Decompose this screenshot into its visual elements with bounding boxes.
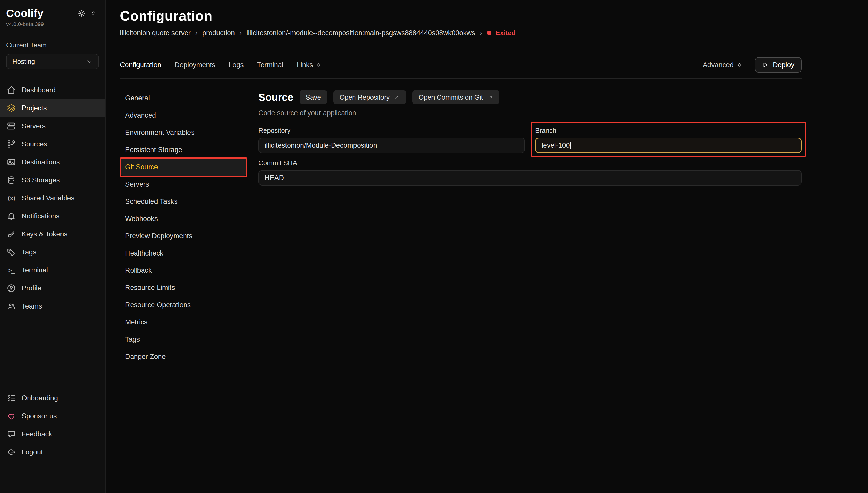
sidebar-item-notifications[interactable]: Notifications bbox=[0, 207, 105, 225]
text-cursor bbox=[570, 142, 571, 149]
advanced-selector[interactable]: Advanced bbox=[703, 61, 742, 69]
tab-terminal[interactable]: Terminal bbox=[257, 61, 283, 69]
tab-configuration[interactable]: Configuration bbox=[120, 61, 162, 69]
sidebar-item-profile[interactable]: Profile bbox=[0, 279, 105, 297]
page-title: Configuration bbox=[120, 8, 802, 24]
source-header: Source Save Open Repository Open Commits… bbox=[258, 89, 802, 105]
sidebar-item-shared-variables[interactable]: (x) Shared Variables bbox=[0, 189, 105, 207]
variables-icon: (x) bbox=[7, 193, 16, 203]
repository-field: Repository bbox=[258, 126, 525, 153]
subnav-item-git-source[interactable]: Git Source bbox=[120, 158, 247, 176]
commit-sha-field: Commit SHA bbox=[258, 159, 802, 186]
tag-icon bbox=[7, 248, 16, 257]
users-group-icon bbox=[7, 302, 16, 311]
brand-logo: Coolify bbox=[6, 7, 43, 20]
subnav-item-resource-limits[interactable]: Resource Limits bbox=[120, 279, 247, 296]
subnav-item-danger-zone[interactable]: Danger Zone bbox=[120, 348, 247, 365]
key-icon bbox=[7, 230, 16, 239]
subnav-item-preview-deployments[interactable]: Preview Deployments bbox=[120, 228, 247, 245]
subnav-item-webhooks[interactable]: Webhooks bbox=[120, 210, 247, 228]
sidebar-footer-nav: Onboarding Sponsor us Feedback Logout bbox=[0, 389, 105, 493]
sidebar-item-tags[interactable]: Tags bbox=[0, 243, 105, 261]
tab-deployments[interactable]: Deployments bbox=[175, 61, 215, 69]
theme-sun-icon[interactable] bbox=[78, 9, 85, 17]
breadcrumb-separator-icon: › bbox=[480, 29, 482, 37]
git-source-panel: Source Save Open Repository Open Commits… bbox=[258, 89, 802, 493]
save-button[interactable]: Save bbox=[300, 90, 327, 105]
subnav-item-advanced[interactable]: Advanced bbox=[120, 107, 247, 124]
logout-icon bbox=[7, 447, 16, 457]
status-badge: Exited bbox=[487, 29, 515, 37]
breadcrumb-project[interactable]: illicitonion quote server bbox=[120, 29, 191, 37]
app-version: v4.0.0-beta.399 bbox=[0, 20, 105, 27]
subnav-item-metrics[interactable]: Metrics bbox=[120, 314, 247, 331]
sidebar-item-projects[interactable]: Projects bbox=[0, 99, 105, 117]
subnav-item-persistent-storage[interactable]: Persistent Storage bbox=[120, 141, 247, 158]
external-link-icon bbox=[487, 94, 493, 100]
tab-logs[interactable]: Logs bbox=[229, 61, 244, 69]
subnav-item-resource-operations[interactable]: Resource Operations bbox=[120, 296, 247, 314]
branch-label: Branch bbox=[535, 126, 802, 134]
subnav-item-servers[interactable]: Servers bbox=[120, 176, 247, 193]
layers-icon bbox=[7, 103, 16, 113]
status-dot-icon bbox=[487, 30, 491, 35]
tabs-row: Configuration Deployments Logs Terminal … bbox=[120, 57, 802, 72]
sidebar-item-teams[interactable]: Teams bbox=[0, 297, 105, 315]
subnav-item-general[interactable]: General bbox=[120, 89, 247, 107]
sidebar-item-keys-tokens[interactable]: Keys & Tokens bbox=[0, 225, 105, 243]
database-icon bbox=[7, 175, 16, 185]
open-repository-button[interactable]: Open Repository bbox=[333, 90, 406, 105]
repository-label: Repository bbox=[258, 126, 525, 134]
chat-bubble-icon bbox=[7, 429, 16, 439]
deploy-button[interactable]: Deploy bbox=[755, 57, 802, 72]
chevron-down-icon bbox=[86, 58, 93, 65]
sidebar-item-feedback[interactable]: Feedback bbox=[0, 425, 105, 443]
source-title: Source bbox=[258, 92, 293, 103]
subnav-item-healthcheck[interactable]: Healthcheck bbox=[120, 245, 247, 262]
sidebar-item-dashboard[interactable]: Dashboard bbox=[0, 81, 105, 99]
sidebar-item-s3-storages[interactable]: S3 Storages bbox=[0, 171, 105, 189]
home-icon bbox=[7, 85, 16, 95]
sidebar-item-onboarding[interactable]: Onboarding bbox=[0, 389, 105, 407]
subnav-item-tags[interactable]: Tags bbox=[120, 331, 247, 348]
chevrons-up-down-icon bbox=[736, 62, 742, 68]
repository-input[interactable] bbox=[258, 138, 525, 153]
sidebar-item-terminal[interactable]: >_ Terminal bbox=[0, 261, 105, 279]
play-icon bbox=[762, 62, 769, 68]
main-content: Configuration illicitonion quote server … bbox=[106, 0, 868, 493]
open-commits-button[interactable]: Open Commits on Git bbox=[412, 90, 500, 105]
version-selector-icon[interactable] bbox=[90, 10, 97, 17]
user-circle-icon bbox=[7, 283, 16, 293]
sidebar-item-sponsor[interactable]: Sponsor us bbox=[0, 407, 105, 425]
app-window: Coolify v4.0.0-beta.399 Current Team Hos… bbox=[0, 0, 868, 493]
heart-icon bbox=[7, 411, 16, 421]
config-subnav: General Advanced Environment Variables P… bbox=[120, 89, 247, 493]
branch-input[interactable]: level-100 bbox=[535, 138, 802, 153]
brand-row: Coolify bbox=[0, 7, 105, 20]
team-select-value: Hosting bbox=[12, 58, 35, 66]
sidebar-item-servers[interactable]: Servers bbox=[0, 117, 105, 135]
breadcrumb-environment[interactable]: production bbox=[202, 29, 235, 37]
source-description: Code source of your application. bbox=[258, 109, 802, 117]
sidebar-nav: Dashboard Projects Servers Sources Desti… bbox=[0, 81, 105, 315]
subnav-item-rollback[interactable]: Rollback bbox=[120, 262, 247, 279]
breadcrumb-application[interactable]: illicitestonion/-module--decomposition:m… bbox=[246, 29, 475, 37]
branch-field: Branch level-100 bbox=[535, 126, 802, 153]
breadcrumb: illicitonion quote server › production ›… bbox=[120, 29, 802, 37]
tab-links[interactable]: Links bbox=[297, 61, 322, 69]
sidebar-item-destinations[interactable]: Destinations bbox=[0, 153, 105, 171]
sidebar-item-logout[interactable]: Logout bbox=[0, 443, 105, 461]
chevrons-up-down-icon bbox=[316, 62, 322, 68]
team-select[interactable]: Hosting bbox=[6, 54, 99, 69]
current-team-label: Current Team bbox=[0, 27, 105, 49]
breadcrumb-separator-icon: › bbox=[195, 29, 198, 37]
server-icon bbox=[7, 122, 16, 131]
breadcrumb-separator-icon: › bbox=[239, 29, 242, 37]
git-branch-icon bbox=[7, 140, 16, 149]
sidebar-item-sources[interactable]: Sources bbox=[0, 135, 105, 153]
subnav-item-scheduled-tasks[interactable]: Scheduled Tasks bbox=[120, 193, 247, 210]
commit-sha-input[interactable] bbox=[258, 170, 802, 186]
subnav-item-environment-variables[interactable]: Environment Variables bbox=[120, 124, 247, 141]
bell-icon bbox=[7, 212, 16, 221]
image-frame-icon bbox=[7, 157, 16, 167]
